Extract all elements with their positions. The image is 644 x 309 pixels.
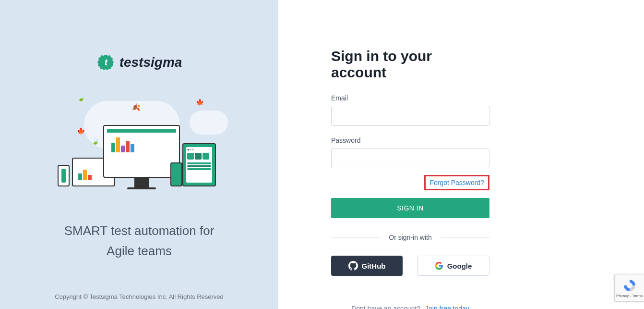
brand-name: testsigma <box>119 55 182 70</box>
recaptcha-terms: Terms <box>632 294 643 298</box>
branding-panel: t testsigma 🍃 🍂 🍁 🍁 🍃 <box>0 0 278 309</box>
signin-form: Sign in to your account Email Password F… <box>331 48 489 309</box>
github-label: GitHub <box>362 262 386 270</box>
signup-prompt: Dont have an account? Join free today <box>331 305 489 309</box>
monitor-device-icon <box>103 125 180 178</box>
google-label: Google <box>447 262 472 270</box>
email-input[interactable] <box>331 106 489 126</box>
email-group: Email <box>331 94 489 126</box>
signup-link[interactable]: Join free today <box>425 305 469 309</box>
page-title: Sign in to your account <box>331 48 489 81</box>
phone-device-icon-2 <box>170 162 182 186</box>
recaptcha-icon <box>622 278 637 293</box>
phone-device-icon <box>58 165 70 186</box>
gear-logo-icon: t <box>96 53 116 72</box>
recaptcha-badge[interactable]: Privacy - Terms <box>614 274 644 302</box>
github-icon <box>348 261 358 271</box>
password-group: Password <box>331 136 489 168</box>
google-icon <box>435 261 443 270</box>
signin-panel: Sign in to your account Email Password F… <box>278 0 644 309</box>
forgot-password-link[interactable]: Forgot Password? <box>424 175 489 190</box>
svg-text:t: t <box>105 58 108 67</box>
tagline-text: SMART test automation for Agile teams <box>62 221 216 261</box>
devices-illustration: 🍃 🍂 🍁 🍁 🍃 <box>60 91 218 197</box>
divider: Or sign-in with <box>331 234 489 241</box>
github-signin-button[interactable]: GitHub <box>331 256 403 276</box>
recaptcha-privacy: Privacy <box>616 294 629 298</box>
copyright-text: Copyright © Testsigma Technologies Inc. … <box>55 293 224 300</box>
google-signin-button[interactable]: Google <box>417 256 489 276</box>
brand-logo: t testsigma <box>96 53 182 72</box>
tablet-device-icon: ◉ ━ ━ <box>182 143 216 186</box>
divider-text: Or sign-in with <box>380 234 440 241</box>
password-input[interactable] <box>331 148 489 168</box>
signin-button[interactable]: SIGN IN <box>331 198 489 218</box>
password-label: Password <box>331 136 489 144</box>
email-label: Email <box>331 94 489 102</box>
signup-prompt-text: Dont have an account? <box>351 305 420 309</box>
social-buttons: GitHub Google <box>331 256 489 276</box>
